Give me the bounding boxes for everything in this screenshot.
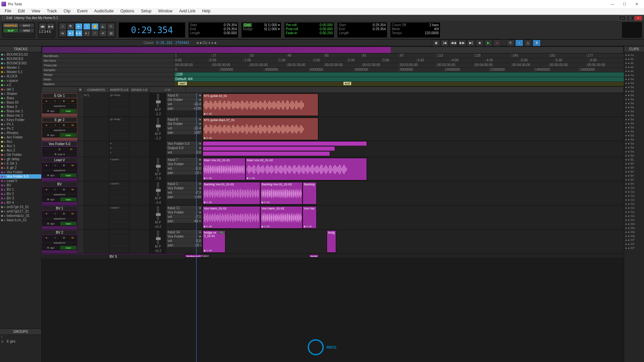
audio-clip[interactable]: Backing Vox.01_01-01◆ 0 dB (203, 182, 260, 204)
fader[interactable] (157, 94, 159, 107)
ruler-samples-label[interactable]: Samples (42, 68, 174, 72)
track-comment[interactable] (83, 181, 109, 205)
ruler-meter-label[interactable]: Meter (42, 77, 174, 81)
track-header[interactable]: Lead V●ISMwaveform✲ dynread (42, 157, 78, 181)
main-counter[interactable]: 0:29.354 (118, 22, 185, 38)
menu-clip[interactable]: Clip (60, 8, 74, 15)
clip-lane[interactable]: Main Vox.02_01-01◆ 0 dBMain Vox.02_01-02… (203, 157, 624, 181)
track-comment[interactable] (83, 141, 109, 157)
track-list-item[interactable]: ▸bsbomdp1c_01 (0, 214, 41, 218)
insertion-follows-button[interactable]: ⤳ (91, 30, 99, 37)
fader[interactable] (157, 118, 159, 131)
playhead[interactable] (196, 93, 197, 362)
track-list-item[interactable]: ▸BOUNCES01 (0, 61, 41, 65)
doc-close-button[interactable]: ✕ (635, 16, 642, 20)
countoff-button[interactable]: ⧗ (533, 40, 541, 46)
audio-clip[interactable]: Backing (303, 182, 317, 204)
clip-list-item[interactable]: ▸ ▸ ba (625, 93, 643, 97)
track-lanes[interactable]: E Gtr 1●ISMwaveform✲ dynreadNT1gtr delay… (42, 93, 624, 362)
clip-list-item[interactable]: ▸ ▸ NT (625, 246, 643, 250)
ruler-bars-label[interactable]: Bars|Beats (42, 54, 174, 58)
track-show-toggle[interactable] (78, 205, 83, 229)
track-list-item[interactable]: ▸Master 1 (0, 65, 41, 70)
track-comment[interactable] (83, 205, 109, 229)
clip-list-item[interactable]: ▸ ▸ Gu (625, 190, 643, 194)
track-list-item[interactable]: ▸Acc 1 (0, 144, 41, 148)
clip-list-item[interactable]: ▸ ▸ Gu (625, 194, 643, 198)
track-show-toggle[interactable] (78, 181, 83, 205)
menu-file[interactable]: File (1, 8, 14, 15)
clip-list-item[interactable]: ▸ ▸ ba (625, 85, 643, 89)
inserts-header[interactable]: INSERTS A-E (109, 87, 129, 93)
doc-min-button[interactable]: — (619, 16, 626, 20)
forward-button[interactable]: ▶▶ (458, 40, 466, 46)
audio-clip[interactable]: Vox Harm_01-02◆ 0 dB (260, 206, 303, 229)
clip-list-item[interactable]: ▸ ▸ Gu (625, 186, 643, 190)
clip-list-item[interactable]: ▸ ▸ Gu (625, 206, 643, 210)
tab-to-transient-button[interactable]: ⏵| (67, 30, 74, 37)
track-header[interactable]: BV 1●ISMwaveform✲ dynread (42, 205, 78, 229)
sends-header[interactable]: SENDS A-E (129, 87, 150, 93)
clip-list-item[interactable]: ▸ ▸ ba (625, 129, 643, 133)
track-list-item[interactable]: ▸BV 3 (0, 196, 41, 200)
clip-lane[interactable]: NT1 guitar.dup1.27_01◆ 0 dB (203, 117, 624, 141)
track-list-item[interactable]: ▸Lead V (0, 179, 41, 183)
track-list-item[interactable]: ▸Acc (0, 139, 41, 144)
clip-list-item[interactable]: ▸ ▸ Au (625, 53, 643, 57)
track-header[interactable]: BV●ISMwaveform✲ dynread (42, 181, 78, 205)
stop-button[interactable]: ■ (476, 40, 484, 46)
clip-list-item[interactable]: ▸ ▸ ac (625, 69, 643, 73)
zoomer-tool-button[interactable]: ⤢ (59, 23, 66, 30)
clip-list-item[interactable]: ▸ ▸ ac (625, 61, 643, 65)
grabber-tool-button[interactable]: ✊ (91, 23, 99, 30)
group-item[interactable]: aE gtrs (0, 339, 41, 344)
pencil-tool-button[interactable]: ✎ (107, 23, 115, 30)
zoom-out-h-button[interactable]: ◀▶ (39, 23, 46, 30)
menu-setup[interactable]: Setup (138, 8, 155, 15)
clip-lane[interactable]: NT1 guitar.10_01◆ 0 dB (203, 93, 624, 117)
track-list-item[interactable]: ▸Acc 2 (0, 148, 41, 153)
grid-nudge-box[interactable]: Grid0| 1| 000 ▾ Nudge0| 1| 000 ▾ (241, 22, 281, 38)
track-list-item[interactable]: ▸Master 5.1 (0, 70, 41, 74)
track-list-item[interactable]: ▸E Gtr 1 (0, 161, 41, 166)
marker-start[interactable]: start (178, 82, 187, 85)
zoom-tool-button[interactable]: 🔍 (67, 23, 74, 30)
spot-mode-button[interactable]: SPOT (19, 23, 34, 28)
clip-list-item[interactable]: ▸ ▸ ac (625, 65, 643, 69)
track-list-item[interactable]: ▸sm57gtr.10_01 (0, 205, 41, 209)
clip-list-item[interactable]: ▸ ▸ ba (625, 97, 643, 101)
shuffle-lock-button[interactable]: ⇆ (59, 30, 66, 37)
clip-list-item[interactable]: ▸ ▸ BL (625, 158, 643, 162)
layered-editing-button[interactable]: ▤ (107, 30, 115, 37)
track-list-item[interactable]: ▸gtr delay (0, 157, 41, 161)
track-list-item[interactable]: ▸Bass mic 2 (0, 113, 41, 118)
clip-lane[interactable]: Backing Vox.01_01-01◆ 0 dBBacking Vox.01… (203, 181, 624, 205)
fader[interactable] (157, 158, 159, 172)
grid-mode-button[interactable]: GRID (19, 28, 34, 33)
track-list-item[interactable]: ▸Shaker (0, 92, 41, 96)
marker-end[interactable]: end (343, 82, 351, 85)
rewind-button[interactable]: ◀◀ (449, 40, 458, 46)
audio-clip[interactable]: Main Vox.02_01-01◆ 0 dB (203, 158, 246, 180)
clip-list-item[interactable]: ▸ ▸ Gu (625, 202, 643, 206)
clip-list-item[interactable]: ▸ ▸ bri (625, 182, 643, 186)
clip-list-item[interactable]: ▸ ▸ ba (625, 81, 643, 85)
audio-clip[interactable]: Vox Har◆ 0 dB (303, 206, 317, 229)
scrubber-tool-button[interactable]: 🔈 (99, 23, 107, 30)
clip-list-item[interactable]: ▸ ▸ ba (625, 113, 643, 117)
clip-list-item[interactable]: ▸ ▸ ac (625, 57, 643, 61)
slip-mode-button[interactable]: SLIP (3, 28, 18, 33)
group-item[interactable]: ! (0, 335, 41, 339)
track-show-toggle[interactable] (78, 141, 83, 157)
goto-end-button[interactable]: ▶| (467, 40, 475, 46)
comments-header[interactable]: COMMENTS (83, 87, 109, 93)
ruler-markers-label[interactable]: Markers (42, 82, 174, 86)
clip-list-item[interactable]: ▸ ▸ Ma (625, 226, 643, 230)
clip-list-item[interactable]: ▸ ▸ ba (625, 133, 643, 137)
track-list-item[interactable]: ▸Acc Folder (0, 135, 41, 139)
midi-merge-button[interactable]: ⎘ (506, 40, 515, 46)
track-list-item[interactable]: ▸Bass mic 1 (0, 109, 41, 113)
selector-tool-button[interactable]: ⌶ (83, 23, 91, 30)
metronome-button[interactable]: △ (524, 40, 532, 46)
track-list-item[interactable]: ▸8LOCK (0, 74, 41, 78)
